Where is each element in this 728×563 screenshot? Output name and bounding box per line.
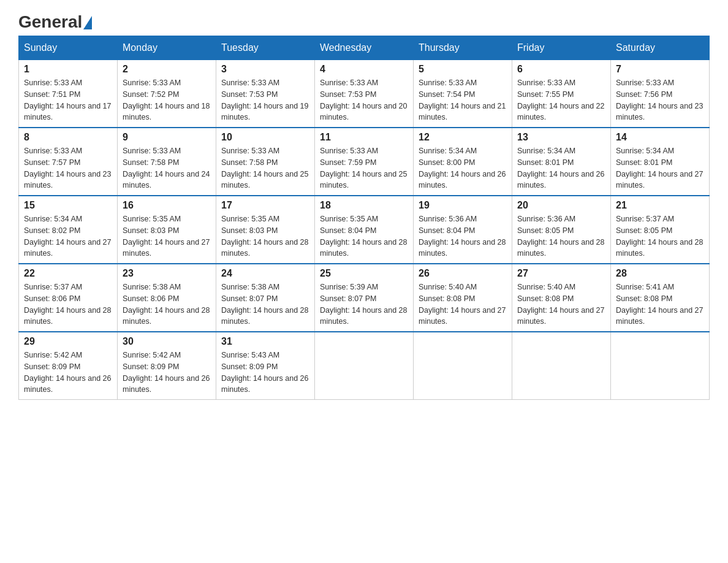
calendar-cell: 21Sunrise: 5:37 AMSunset: 8:05 PMDayligh… bbox=[611, 196, 710, 264]
calendar-cell: 2Sunrise: 5:33 AMSunset: 7:52 PMDaylight… bbox=[118, 60, 216, 128]
day-number: 18 bbox=[320, 200, 408, 211]
day-info: Sunrise: 5:35 AMSunset: 8:03 PMDaylight:… bbox=[221, 213, 309, 259]
calendar-cell bbox=[414, 332, 512, 400]
day-info: Sunrise: 5:41 AMSunset: 8:08 PMDaylight:… bbox=[616, 282, 704, 327]
day-info: Sunrise: 5:36 AMSunset: 8:05 PMDaylight:… bbox=[517, 213, 605, 259]
logo-general-text: General bbox=[18, 12, 92, 32]
calendar-cell: 9Sunrise: 5:33 AMSunset: 7:58 PMDaylight… bbox=[118, 128, 216, 196]
calendar-cell: 24Sunrise: 5:38 AMSunset: 8:07 PMDayligh… bbox=[216, 264, 315, 332]
day-info: Sunrise: 5:33 AMSunset: 7:58 PMDaylight:… bbox=[123, 145, 211, 191]
day-info: Sunrise: 5:33 AMSunset: 7:55 PMDaylight:… bbox=[517, 77, 605, 123]
day-number: 17 bbox=[221, 200, 309, 211]
day-info: Sunrise: 5:33 AMSunset: 7:53 PMDaylight:… bbox=[320, 77, 408, 123]
day-number: 15 bbox=[24, 200, 112, 211]
calendar-week-row: 1Sunrise: 5:33 AMSunset: 7:51 PMDaylight… bbox=[19, 60, 710, 128]
day-number: 11 bbox=[320, 132, 408, 143]
calendar-cell: 29Sunrise: 5:42 AMSunset: 8:09 PMDayligh… bbox=[19, 332, 118, 400]
calendar-cell: 3Sunrise: 5:33 AMSunset: 7:53 PMDaylight… bbox=[216, 60, 315, 128]
day-number: 25 bbox=[320, 268, 408, 279]
calendar-week-row: 22Sunrise: 5:37 AMSunset: 8:06 PMDayligh… bbox=[19, 264, 710, 332]
weekday-header-thursday: Thursday bbox=[414, 36, 512, 60]
calendar-cell: 8Sunrise: 5:33 AMSunset: 7:57 PMDaylight… bbox=[19, 128, 118, 196]
calendar-cell: 20Sunrise: 5:36 AMSunset: 8:05 PMDayligh… bbox=[512, 196, 611, 264]
page-header: General bbox=[18, 12, 710, 29]
day-info: Sunrise: 5:37 AMSunset: 8:05 PMDaylight:… bbox=[616, 213, 704, 259]
calendar-cell: 13Sunrise: 5:34 AMSunset: 8:01 PMDayligh… bbox=[512, 128, 611, 196]
weekday-header-friday: Friday bbox=[512, 36, 611, 60]
calendar-cell: 23Sunrise: 5:38 AMSunset: 8:06 PMDayligh… bbox=[118, 264, 216, 332]
calendar-table: SundayMondayTuesdayWednesdayThursdayFrid… bbox=[18, 36, 710, 400]
calendar-cell: 10Sunrise: 5:33 AMSunset: 7:58 PMDayligh… bbox=[216, 128, 315, 196]
weekday-header-wednesday: Wednesday bbox=[315, 36, 414, 60]
day-number: 29 bbox=[24, 336, 112, 347]
day-number: 26 bbox=[419, 268, 507, 279]
day-number: 2 bbox=[123, 64, 211, 75]
calendar-cell: 4Sunrise: 5:33 AMSunset: 7:53 PMDaylight… bbox=[315, 60, 414, 128]
day-number: 5 bbox=[419, 64, 507, 75]
calendar-week-row: 8Sunrise: 5:33 AMSunset: 7:57 PMDaylight… bbox=[19, 128, 710, 196]
day-number: 21 bbox=[616, 200, 704, 211]
day-info: Sunrise: 5:33 AMSunset: 7:53 PMDaylight:… bbox=[221, 77, 309, 123]
calendar-cell: 27Sunrise: 5:40 AMSunset: 8:08 PMDayligh… bbox=[512, 264, 611, 332]
weekday-header-monday: Monday bbox=[118, 36, 216, 60]
calendar-cell: 17Sunrise: 5:35 AMSunset: 8:03 PMDayligh… bbox=[216, 196, 315, 264]
day-number: 24 bbox=[221, 268, 309, 279]
calendar-cell: 12Sunrise: 5:34 AMSunset: 8:00 PMDayligh… bbox=[414, 128, 512, 196]
weekday-header-tuesday: Tuesday bbox=[216, 36, 315, 60]
day-info: Sunrise: 5:40 AMSunset: 8:08 PMDaylight:… bbox=[517, 282, 605, 327]
calendar-cell: 5Sunrise: 5:33 AMSunset: 7:54 PMDaylight… bbox=[414, 60, 512, 128]
day-number: 23 bbox=[123, 268, 211, 279]
day-info: Sunrise: 5:40 AMSunset: 8:08 PMDaylight:… bbox=[419, 282, 507, 327]
calendar-cell bbox=[611, 332, 710, 400]
day-info: Sunrise: 5:33 AMSunset: 7:54 PMDaylight:… bbox=[419, 77, 507, 123]
day-info: Sunrise: 5:34 AMSunset: 8:02 PMDaylight:… bbox=[24, 213, 112, 259]
calendar-cell: 31Sunrise: 5:43 AMSunset: 8:09 PMDayligh… bbox=[216, 332, 315, 400]
calendar-week-row: 29Sunrise: 5:42 AMSunset: 8:09 PMDayligh… bbox=[19, 332, 710, 400]
calendar-cell: 22Sunrise: 5:37 AMSunset: 8:06 PMDayligh… bbox=[19, 264, 118, 332]
day-info: Sunrise: 5:38 AMSunset: 8:07 PMDaylight:… bbox=[221, 282, 309, 327]
day-number: 3 bbox=[221, 64, 309, 75]
day-info: Sunrise: 5:33 AMSunset: 7:52 PMDaylight:… bbox=[123, 77, 211, 123]
calendar-cell: 7Sunrise: 5:33 AMSunset: 7:56 PMDaylight… bbox=[611, 60, 710, 128]
day-info: Sunrise: 5:35 AMSunset: 8:04 PMDaylight:… bbox=[320, 213, 408, 259]
day-number: 22 bbox=[24, 268, 112, 279]
day-number: 27 bbox=[517, 268, 605, 279]
day-info: Sunrise: 5:34 AMSunset: 8:01 PMDaylight:… bbox=[616, 145, 704, 191]
day-info: Sunrise: 5:42 AMSunset: 8:09 PMDaylight:… bbox=[24, 350, 112, 396]
logo-triangle-icon bbox=[83, 16, 92, 29]
weekday-header-saturday: Saturday bbox=[611, 36, 710, 60]
calendar-cell: 14Sunrise: 5:34 AMSunset: 8:01 PMDayligh… bbox=[611, 128, 710, 196]
calendar-cell: 11Sunrise: 5:33 AMSunset: 7:59 PMDayligh… bbox=[315, 128, 414, 196]
day-info: Sunrise: 5:43 AMSunset: 8:09 PMDaylight:… bbox=[221, 350, 309, 396]
day-info: Sunrise: 5:33 AMSunset: 7:58 PMDaylight:… bbox=[221, 145, 309, 191]
day-number: 28 bbox=[616, 268, 704, 279]
day-number: 9 bbox=[123, 132, 211, 143]
day-info: Sunrise: 5:33 AMSunset: 7:59 PMDaylight:… bbox=[320, 145, 408, 191]
calendar-cell: 6Sunrise: 5:33 AMSunset: 7:55 PMDaylight… bbox=[512, 60, 611, 128]
calendar-cell: 1Sunrise: 5:33 AMSunset: 7:51 PMDaylight… bbox=[19, 60, 118, 128]
day-number: 1 bbox=[24, 64, 112, 75]
day-number: 8 bbox=[24, 132, 112, 143]
day-info: Sunrise: 5:37 AMSunset: 8:06 PMDaylight:… bbox=[24, 282, 112, 327]
calendar-cell: 16Sunrise: 5:35 AMSunset: 8:03 PMDayligh… bbox=[118, 196, 216, 264]
day-info: Sunrise: 5:36 AMSunset: 8:04 PMDaylight:… bbox=[419, 213, 507, 259]
calendar-cell: 18Sunrise: 5:35 AMSunset: 8:04 PMDayligh… bbox=[315, 196, 414, 264]
day-number: 19 bbox=[419, 200, 507, 211]
day-number: 31 bbox=[221, 336, 309, 347]
day-number: 30 bbox=[123, 336, 211, 347]
day-info: Sunrise: 5:34 AMSunset: 8:00 PMDaylight:… bbox=[419, 145, 507, 191]
weekday-header-sunday: Sunday bbox=[19, 36, 118, 60]
calendar-cell: 15Sunrise: 5:34 AMSunset: 8:02 PMDayligh… bbox=[19, 196, 118, 264]
calendar-cell: 30Sunrise: 5:42 AMSunset: 8:09 PMDayligh… bbox=[118, 332, 216, 400]
calendar-cell: 28Sunrise: 5:41 AMSunset: 8:08 PMDayligh… bbox=[611, 264, 710, 332]
calendar-cell bbox=[512, 332, 611, 400]
day-number: 4 bbox=[320, 64, 408, 75]
calendar-week-row: 15Sunrise: 5:34 AMSunset: 8:02 PMDayligh… bbox=[19, 196, 710, 264]
calendar-cell: 26Sunrise: 5:40 AMSunset: 8:08 PMDayligh… bbox=[414, 264, 512, 332]
calendar-cell bbox=[315, 332, 414, 400]
day-number: 7 bbox=[616, 64, 704, 75]
logo: General bbox=[18, 12, 92, 29]
day-info: Sunrise: 5:35 AMSunset: 8:03 PMDaylight:… bbox=[123, 213, 211, 259]
day-number: 6 bbox=[517, 64, 605, 75]
day-number: 14 bbox=[616, 132, 704, 143]
